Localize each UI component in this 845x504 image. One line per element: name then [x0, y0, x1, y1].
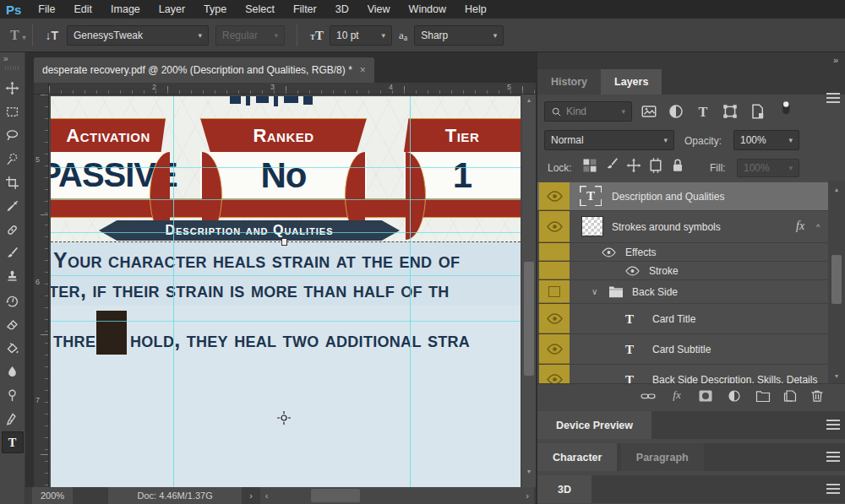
layer-row-back-side-group[interactable]: ∨ Back Side: [537, 280, 828, 304]
lock-pixels-icon[interactable]: [603, 157, 622, 176]
scroll-down-icon[interactable]: ▾: [828, 372, 845, 380]
lock-all-icon[interactable]: [669, 157, 688, 176]
collapse-panels-icon[interactable]: »: [833, 55, 838, 65]
panel-menu-icon[interactable]: [826, 420, 840, 430]
layer-row-card-subtitle[interactable]: T Card Subtitle: [537, 334, 828, 365]
transform-handle[interactable]: [281, 238, 287, 246]
brush-tool[interactable]: [2, 242, 24, 264]
tab-history[interactable]: History: [537, 69, 601, 95]
scroll-up-icon[interactable]: ▴: [522, 96, 536, 104]
effects-label[interactable]: Effects: [625, 247, 656, 258]
lock-position-icon[interactable]: [625, 157, 644, 176]
history-brush-tool[interactable]: [2, 290, 24, 312]
zoom-level-field[interactable]: 200%: [32, 487, 73, 504]
font-size-select[interactable]: 10 pt ▾: [330, 25, 392, 46]
visibility-eye-icon[interactable]: [625, 266, 640, 276]
filter-type-layers-icon[interactable]: T: [695, 103, 713, 122]
canvas[interactable]: Activation PASSIVE Ranked No Tier 1 Desc…: [51, 96, 521, 487]
eraser-tool[interactable]: [2, 313, 24, 335]
menu-filter[interactable]: Filter: [284, 0, 326, 19]
horizontal-scroll-thumb[interactable]: [311, 489, 360, 502]
add-layer-mask-icon[interactable]: [698, 389, 715, 404]
scroll-right-icon[interactable]: ›: [526, 487, 529, 504]
menu-3d[interactable]: 3D: [326, 0, 358, 19]
menu-edit[interactable]: Edit: [65, 0, 102, 19]
vertical-ruler[interactable]: 5 6 7: [34, 95, 49, 487]
filter-shape-layers-icon[interactable]: [722, 103, 740, 122]
filter-pixel-layers-icon[interactable]: [641, 103, 659, 122]
layer-name[interactable]: Back Side Description, Skills, Details: [652, 374, 817, 383]
group-expand-icon[interactable]: ∨: [592, 287, 597, 296]
blur-tool[interactable]: [2, 360, 24, 382]
layer-name[interactable]: Strokes around symbols: [612, 221, 721, 233]
filter-smart-objects-icon[interactable]: [749, 103, 767, 122]
menu-help[interactable]: Help: [455, 0, 496, 19]
pen-tool[interactable]: [2, 408, 24, 430]
layer-row-card-title[interactable]: T Card Title: [537, 304, 828, 334]
pixel-layer-thumbnail[interactable]: [581, 216, 603, 236]
new-group-icon[interactable]: [755, 389, 772, 404]
visibility-eye-icon[interactable]: [547, 221, 563, 232]
layer-style-fx-icon[interactable]: fx: [669, 387, 686, 403]
scroll-left-icon[interactable]: ‹: [265, 487, 269, 504]
menu-view[interactable]: View: [358, 0, 400, 19]
menu-type[interactable]: Type: [194, 0, 236, 19]
collapse-effects-icon[interactable]: ^: [816, 223, 820, 231]
layers-scrollbar[interactable]: ▴ ▾: [828, 181, 845, 383]
layer-row-stroke-effect[interactable]: Stroke: [537, 262, 828, 280]
quick-selection-tool[interactable]: [2, 148, 24, 170]
lock-transparency-icon[interactable]: [581, 157, 600, 176]
adjustment-layer-icon[interactable]: [727, 389, 744, 404]
paint-bucket-tool[interactable]: [2, 337, 24, 359]
visibility-eye-icon[interactable]: [547, 191, 563, 202]
clone-stamp-tool[interactable]: [2, 266, 24, 288]
close-tab-icon[interactable]: ×: [360, 64, 366, 76]
visibility-eye-icon[interactable]: [602, 247, 616, 257]
tab-device-preview[interactable]: Device Preview: [537, 411, 651, 439]
spot-healing-brush-tool[interactable]: [2, 219, 24, 241]
move-tool[interactable]: [2, 77, 24, 99]
scroll-down-icon[interactable]: ▾: [522, 468, 536, 475]
text-layer-thumbnail[interactable]: T: [580, 186, 602, 206]
vertical-scrollbar[interactable]: ▴ ▾: [522, 95, 536, 487]
visibility-eye-icon[interactable]: [547, 344, 563, 355]
horizontal-scrollbar[interactable]: ‹ ›: [260, 487, 534, 504]
menu-layer[interactable]: Layer: [150, 0, 194, 19]
filter-adjustment-layers-icon[interactable]: [668, 103, 686, 122]
scroll-up-icon[interactable]: ▴: [828, 186, 845, 193]
panel-menu-icon[interactable]: [826, 452, 840, 462]
eyedropper-tool[interactable]: [2, 195, 24, 217]
blend-mode-select[interactable]: Normal ▾: [544, 130, 674, 150]
effect-name[interactable]: Stroke: [649, 265, 679, 277]
menu-select[interactable]: Select: [236, 0, 284, 19]
dodge-tool[interactable]: [2, 384, 24, 406]
text-layer-thumbnail[interactable]: T: [619, 309, 641, 329]
panel-menu-icon[interactable]: [826, 93, 840, 103]
rectangular-marquee-tool[interactable]: [2, 100, 24, 122]
panel-menu-icon[interactable]: [826, 484, 840, 494]
tab-layers[interactable]: Layers: [601, 69, 662, 95]
tab-3d[interactable]: 3D: [537, 475, 592, 503]
new-layer-icon[interactable]: [782, 389, 799, 404]
tab-character[interactable]: Character: [537, 443, 617, 471]
visibility-eye-icon[interactable]: [547, 313, 563, 324]
opacity-select[interactable]: 100% ▾: [733, 130, 799, 150]
layer-name[interactable]: Card Subtitle: [652, 344, 711, 355]
layer-filter-search[interactable]: Kind ▾: [544, 101, 632, 122]
link-layers-icon[interactable]: [641, 389, 657, 404]
horizontal-ruler[interactable]: 2 3 4 5: [49, 83, 536, 95]
type-tool-preset-icon[interactable]: T ▾: [10, 28, 25, 43]
lock-artboard-icon[interactable]: [647, 157, 666, 176]
filter-toggle-switch[interactable]: [777, 100, 796, 118]
text-layer-thumbnail[interactable]: T: [619, 370, 641, 383]
visibility-eye-icon[interactable]: [547, 374, 563, 383]
layer-row-back-side-description[interactable]: T Back Side Description, Skills, Details: [537, 365, 828, 383]
layer-name[interactable]: Back Side: [632, 286, 678, 298]
document-tab[interactable]: desperate recovery.pdf @ 200% (Descripti…: [34, 57, 374, 83]
tab-paragraph[interactable]: Paragraph: [621, 443, 704, 471]
layers-scroll-thumb[interactable]: [831, 255, 842, 304]
panel-grip[interactable]: [5, 66, 19, 70]
menu-file[interactable]: File: [29, 0, 64, 19]
visibility-off-checkbox[interactable]: [548, 286, 560, 297]
layer-name[interactable]: Card Title: [652, 313, 695, 325]
